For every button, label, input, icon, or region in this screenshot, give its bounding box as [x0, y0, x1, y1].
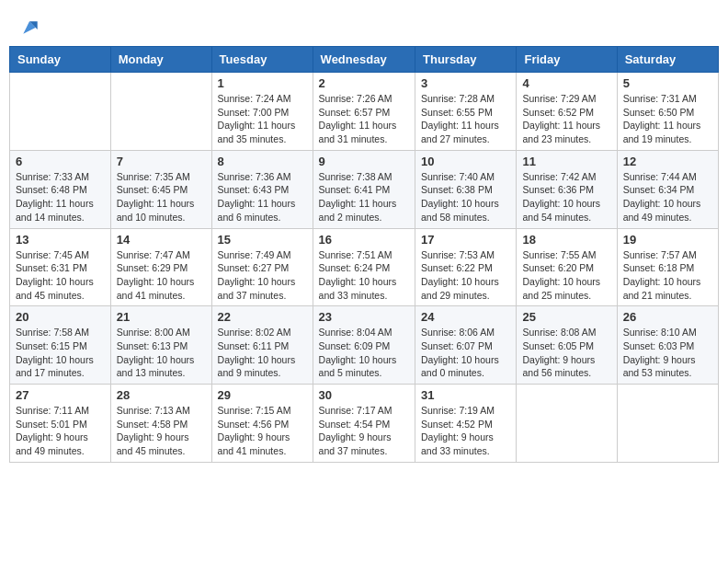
day-number: 6: [16, 155, 105, 168]
weekday-header-saturday: Saturday: [617, 47, 718, 73]
day-number: 22: [218, 310, 307, 324]
day-number: 11: [522, 155, 610, 168]
calendar-cell: 11 Sunrise: 7:42 AMSunset: 6:36 PMDaylig…: [517, 150, 617, 228]
day-info: Sunrise: 7:40 AMSunset: 6:38 PMDaylight:…: [421, 170, 510, 224]
day-number: 12: [623, 155, 712, 168]
day-info: Sunrise: 7:55 AMSunset: 6:20 PMDaylight:…: [522, 248, 610, 303]
day-info: Sunrise: 7:47 AMSunset: 6:29 PMDaylight:…: [117, 248, 206, 303]
day-number: 3: [421, 76, 510, 90]
calendar-cell: 12 Sunrise: 7:44 AMSunset: 6:34 PMDaylig…: [617, 150, 718, 228]
day-info: Sunrise: 8:06 AMSunset: 6:07 PMDaylight:…: [421, 326, 510, 380]
day-info: Sunrise: 7:42 AMSunset: 6:36 PMDaylight:…: [522, 170, 610, 224]
week-row-2: 6 Sunrise: 7:33 AMSunset: 6:48 PMDayligh…: [10, 150, 719, 228]
day-info: Sunrise: 7:44 AMSunset: 6:34 PMDaylight:…: [623, 170, 712, 224]
calendar-cell: 10 Sunrise: 7:40 AMSunset: 6:38 PMDaylig…: [415, 150, 517, 228]
day-info: Sunrise: 7:19 AMSunset: 4:52 PMDaylight:…: [421, 404, 510, 458]
calendar-cell: 1 Sunrise: 7:24 AMSunset: 7:00 PMDayligh…: [211, 73, 313, 151]
calendar-cell: 17 Sunrise: 7:53 AMSunset: 6:22 PMDaylig…: [415, 228, 517, 306]
day-number: 23: [319, 310, 409, 324]
calendar-cell: 6 Sunrise: 7:33 AMSunset: 6:48 PMDayligh…: [10, 150, 111, 228]
weekday-header-wednesday: Wednesday: [313, 47, 415, 73]
calendar-cell: 26 Sunrise: 8:10 AMSunset: 6:03 PMDaylig…: [617, 306, 718, 385]
day-info: Sunrise: 7:15 AMSunset: 4:56 PMDaylight:…: [218, 404, 307, 458]
calendar-cell: 5 Sunrise: 7:31 AMSunset: 6:50 PMDayligh…: [617, 73, 718, 151]
calendar-cell: 28 Sunrise: 7:13 AMSunset: 4:58 PMDaylig…: [110, 385, 211, 463]
day-info: Sunrise: 7:35 AMSunset: 6:45 PMDaylight:…: [117, 170, 206, 224]
day-number: 27: [16, 388, 105, 402]
calendar-table: SundayMondayTuesdayWednesdayThursdayFrid…: [9, 46, 719, 463]
calendar-cell: 29 Sunrise: 7:15 AMSunset: 4:56 PMDaylig…: [211, 385, 313, 463]
calendar-cell: 8 Sunrise: 7:36 AMSunset: 6:43 PMDayligh…: [211, 150, 313, 228]
week-row-1: 1 Sunrise: 7:24 AMSunset: 7:00 PMDayligh…: [10, 73, 719, 151]
day-number: 19: [623, 233, 712, 247]
day-number: 26: [623, 310, 712, 324]
weekday-header-tuesday: Tuesday: [211, 47, 313, 73]
day-number: 8: [218, 155, 307, 168]
calendar-cell: 15 Sunrise: 7:49 AMSunset: 6:27 PMDaylig…: [211, 228, 313, 306]
day-info: Sunrise: 7:45 AMSunset: 6:31 PMDaylight:…: [16, 248, 105, 303]
calendar-cell: 7 Sunrise: 7:35 AMSunset: 6:45 PMDayligh…: [110, 150, 211, 228]
calendar-cell: 2 Sunrise: 7:26 AMSunset: 6:57 PMDayligh…: [313, 73, 415, 151]
calendar-cell: 14 Sunrise: 7:47 AMSunset: 6:29 PMDaylig…: [110, 228, 211, 306]
day-info: Sunrise: 7:49 AMSunset: 6:27 PMDaylight:…: [218, 248, 307, 303]
day-number: 21: [117, 310, 206, 324]
calendar-cell: 24 Sunrise: 8:06 AMSunset: 6:07 PMDaylig…: [415, 306, 517, 385]
day-number: 4: [522, 76, 610, 90]
calendar-cell: 31 Sunrise: 7:19 AMSunset: 4:52 PMDaylig…: [415, 385, 517, 463]
day-number: 20: [16, 310, 105, 324]
day-number: 17: [421, 233, 510, 247]
day-number: 1: [218, 76, 307, 90]
day-info: Sunrise: 7:28 AMSunset: 6:55 PMDaylight:…: [421, 92, 510, 146]
day-info: Sunrise: 8:10 AMSunset: 6:03 PMDaylight:…: [623, 326, 712, 380]
day-info: Sunrise: 7:36 AMSunset: 6:43 PMDaylight:…: [218, 170, 307, 224]
day-info: Sunrise: 7:53 AMSunset: 6:22 PMDaylight:…: [421, 248, 510, 303]
calendar-cell: [517, 385, 617, 463]
day-number: 14: [117, 233, 206, 247]
day-number: 10: [421, 155, 510, 168]
day-number: 9: [319, 155, 409, 168]
day-number: 28: [117, 388, 206, 402]
day-info: Sunrise: 8:00 AMSunset: 6:13 PMDaylight:…: [117, 326, 206, 380]
day-number: 13: [16, 233, 105, 247]
day-number: 24: [421, 310, 510, 324]
day-number: 29: [218, 388, 307, 402]
day-info: Sunrise: 7:33 AMSunset: 6:48 PMDaylight:…: [16, 170, 105, 224]
day-info: Sunrise: 7:29 AMSunset: 6:52 PMDaylight:…: [522, 92, 610, 146]
day-info: Sunrise: 7:11 AMSunset: 5:01 PMDaylight:…: [16, 404, 105, 458]
weekday-header-sunday: Sunday: [10, 47, 111, 73]
day-number: 7: [117, 155, 206, 168]
day-info: Sunrise: 7:17 AMSunset: 4:54 PMDaylight:…: [319, 404, 409, 458]
page-header: [9, 9, 719, 41]
weekday-header-thursday: Thursday: [415, 47, 517, 73]
weekday-header-monday: Monday: [110, 47, 211, 73]
day-number: 31: [421, 388, 510, 402]
calendar-cell: 30 Sunrise: 7:17 AMSunset: 4:54 PMDaylig…: [313, 385, 415, 463]
calendar-cell: 13 Sunrise: 7:45 AMSunset: 6:31 PMDaylig…: [10, 228, 111, 306]
day-number: 30: [319, 388, 409, 402]
calendar-cell: 9 Sunrise: 7:38 AMSunset: 6:41 PMDayligh…: [313, 150, 415, 228]
calendar-cell: 27 Sunrise: 7:11 AMSunset: 5:01 PMDaylig…: [10, 385, 111, 463]
logo: [18, 18, 39, 37]
calendar-cell: [110, 73, 211, 151]
weekday-header-friday: Friday: [517, 47, 617, 73]
calendar-body: 1 Sunrise: 7:24 AMSunset: 7:00 PMDayligh…: [10, 73, 719, 463]
day-info: Sunrise: 7:24 AMSunset: 7:00 PMDaylight:…: [218, 92, 307, 146]
week-row-5: 27 Sunrise: 7:11 AMSunset: 5:01 PMDaylig…: [10, 385, 719, 463]
day-info: Sunrise: 7:57 AMSunset: 6:18 PMDaylight:…: [623, 248, 712, 303]
day-info: Sunrise: 7:58 AMSunset: 6:15 PMDaylight:…: [16, 326, 105, 380]
day-number: 16: [319, 233, 409, 247]
logo-icon: [20, 18, 39, 37]
day-info: Sunrise: 7:51 AMSunset: 6:24 PMDaylight:…: [319, 248, 409, 303]
calendar-cell: 4 Sunrise: 7:29 AMSunset: 6:52 PMDayligh…: [517, 73, 617, 151]
week-row-3: 13 Sunrise: 7:45 AMSunset: 6:31 PMDaylig…: [10, 228, 719, 306]
calendar-cell: 18 Sunrise: 7:55 AMSunset: 6:20 PMDaylig…: [517, 228, 617, 306]
calendar-cell: 23 Sunrise: 8:04 AMSunset: 6:09 PMDaylig…: [313, 306, 415, 385]
calendar-cell: 19 Sunrise: 7:57 AMSunset: 6:18 PMDaylig…: [617, 228, 718, 306]
day-info: Sunrise: 7:31 AMSunset: 6:50 PMDaylight:…: [623, 92, 712, 146]
calendar-cell: [617, 385, 718, 463]
calendar-cell: 20 Sunrise: 7:58 AMSunset: 6:15 PMDaylig…: [10, 306, 111, 385]
weekday-header-row: SundayMondayTuesdayWednesdayThursdayFrid…: [10, 47, 719, 73]
day-info: Sunrise: 7:26 AMSunset: 6:57 PMDaylight:…: [319, 92, 409, 146]
day-info: Sunrise: 8:02 AMSunset: 6:11 PMDaylight:…: [218, 326, 307, 380]
day-number: 18: [522, 233, 610, 247]
